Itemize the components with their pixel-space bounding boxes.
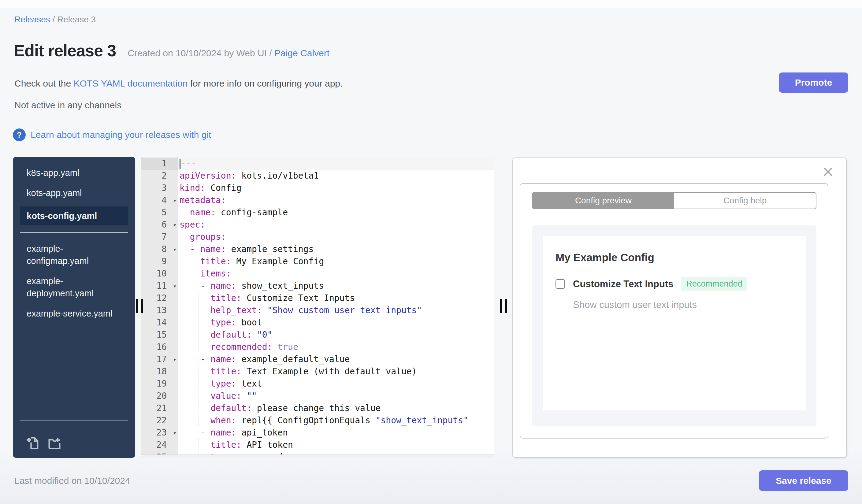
line-number: 14 — [141, 317, 178, 329]
code-line-4[interactable]: 4▾metadata: — [141, 194, 494, 207]
code-line-18[interactable]: 18 title: Text Example (with default val… — [141, 366, 494, 378]
config-item-label: Customize Text Inputs — [573, 279, 673, 290]
code-text: - name: show_text_inputs — [178, 280, 494, 292]
tab-config-preview[interactable]: Config preview — [533, 193, 674, 209]
docs-prefix: Check out the — [14, 78, 74, 88]
code-text: - name: example_default_value — [178, 353, 494, 366]
yaml-code-editor[interactable]: 1---2apiVersion: kots.io/v1beta13kind: C… — [141, 158, 494, 458]
line-number: 18 — [141, 366, 178, 378]
file-item-k8s-app.yaml[interactable]: k8s-app.yaml — [13, 166, 135, 180]
code-line-16[interactable]: 16 recommended: true — [141, 341, 494, 353]
text-cursor — [180, 159, 181, 169]
tab-config-help[interactable]: Config help — [674, 193, 816, 209]
code-line-14[interactable]: 14 type: bool — [141, 317, 494, 329]
editor-preview-resize-handle[interactable] — [500, 299, 507, 313]
code-line-10[interactable]: 10 items: — [141, 268, 494, 280]
code-line-13[interactable]: 13 help_text: "Show custom user text inp… — [141, 304, 494, 317]
fold-arrow-icon[interactable]: ▾ — [173, 219, 177, 231]
line-number: 15 — [141, 329, 178, 341]
line-number: 21 — [141, 402, 178, 414]
docs-hint: Check out the KOTS YAML documentation fo… — [14, 78, 343, 89]
fold-arrow-icon[interactable]: ▾ — [173, 194, 177, 207]
code-line-1[interactable]: 1--- — [141, 158, 494, 170]
release-editor-page: Releases / Release 3 Edit release 3 Crea… — [0, 0, 862, 504]
kots-yaml-docs-link[interactable]: KOTS YAML documentation — [74, 78, 187, 88]
line-number: 9 — [141, 255, 178, 268]
line-number: 8▾ — [141, 243, 178, 255]
file-item-example-configmap.yaml[interactable]: example-configmap.yaml — [13, 242, 135, 268]
code-line-23[interactable]: 23▾ - name: api_token — [141, 427, 494, 439]
line-number: 16 — [141, 341, 178, 353]
breadcrumb-releases-link[interactable]: Releases — [14, 15, 50, 24]
code-text: value: "" — [178, 390, 494, 402]
code-line-22[interactable]: 22 when: repl{{ ConfigOptionEquals "show… — [141, 414, 494, 427]
question-mark-icon: ? — [13, 129, 26, 141]
config-preview-card: Config preview Config help My Example Co… — [520, 183, 828, 439]
code-line-3[interactable]: 3kind: Config — [141, 182, 494, 194]
add-folder-icon[interactable] — [47, 435, 62, 451]
docs-suffix: for more info on configuring your app. — [187, 78, 343, 88]
code-line-11[interactable]: 11▾ - name: show_text_inputs — [141, 280, 494, 292]
code-line-24[interactable]: 24 title: API token — [141, 439, 494, 451]
line-number: 12 — [141, 292, 178, 304]
file-list-divider — [20, 232, 128, 233]
last-modified-text: Last modified on 10/10/2024 — [14, 476, 130, 486]
breadcrumb: Releases / Release 3 — [14, 15, 96, 25]
fold-arrow-icon[interactable]: ▾ — [173, 353, 177, 366]
fold-arrow-icon[interactable]: ▾ — [173, 280, 177, 292]
code-line-12[interactable]: 12 title: Customize Text Inputs — [141, 292, 494, 304]
close-icon[interactable] — [822, 166, 834, 178]
code-line-17[interactable]: 17▾ - name: example_default_value — [141, 353, 494, 366]
code-line-8[interactable]: 8▾ - name: example_settings — [141, 243, 494, 255]
preview-tab-group: Config preview Config help — [532, 192, 817, 209]
line-number: 20 — [141, 390, 178, 402]
code-text: kind: Config — [178, 182, 494, 194]
code-line-9[interactable]: 9 title: My Example Config — [141, 255, 494, 268]
code-text: spec: — [178, 219, 494, 231]
code-lines: 1---2apiVersion: kots.io/v1beta13kind: C… — [141, 158, 494, 458]
fold-arrow-icon[interactable]: ▾ — [173, 243, 177, 255]
file-item-example-deployment.yaml[interactable]: example-deployment.yaml — [13, 274, 135, 300]
sidebar-editor-resize-handle[interactable] — [136, 299, 143, 313]
line-number: 2 — [141, 170, 178, 182]
code-text: default: "0" — [178, 329, 494, 341]
config-item-help-text: Show custom user text inputs — [573, 300, 793, 310]
code-line-6[interactable]: 6▾spec: — [141, 219, 494, 231]
code-line-7[interactable]: 7 groups: — [141, 231, 494, 243]
git-releases-link[interactable]: Learn about managing your releases with … — [30, 130, 211, 140]
line-number: 17▾ — [141, 353, 178, 366]
code-text: type: bool — [178, 317, 494, 329]
code-text: name: config-sample — [178, 207, 494, 219]
created-info: Created on 10/10/2024 by Web UI / Paige … — [128, 48, 329, 58]
code-line-19[interactable]: 19 type: text — [141, 378, 494, 390]
editor-horizontal-scrollbar[interactable] — [141, 454, 494, 458]
code-line-15[interactable]: 15 default: "0" — [141, 329, 494, 341]
line-number: 10 — [141, 268, 178, 280]
code-line-2[interactable]: 2apiVersion: kots.io/v1beta1 — [141, 170, 494, 182]
code-text: --- — [178, 158, 494, 170]
file-item-example-service.yaml[interactable]: example-service.yaml — [13, 307, 135, 320]
code-text: help_text: "Show custom user text inputs… — [178, 304, 494, 317]
save-release-button[interactable]: Save release — [759, 470, 848, 491]
code-line-21[interactable]: 21 default: please change this value — [141, 402, 494, 414]
line-number: 13 — [141, 304, 178, 317]
file-tree-sidebar: k8s-app.yamlkots-app.yamlkots-config.yam… — [13, 157, 135, 458]
line-number: 22 — [141, 414, 178, 427]
code-text: items: — [178, 268, 494, 280]
code-text: apiVersion: kots.io/v1beta1 — [178, 170, 494, 182]
code-text: title: Customize Text Inputs — [178, 292, 494, 304]
customize-text-inputs-checkbox[interactable] — [556, 279, 565, 289]
line-number: 11▾ — [141, 280, 178, 292]
add-file-icon[interactable] — [25, 435, 41, 451]
code-text: type: text — [178, 378, 494, 390]
code-line-20[interactable]: 20 value: "" — [141, 390, 494, 402]
code-line-5[interactable]: 5 name: config-sample — [141, 207, 494, 219]
fold-arrow-icon[interactable]: ▾ — [173, 427, 177, 439]
file-item-kots-app.yaml[interactable]: kots-app.yaml — [13, 186, 135, 200]
sidebar-spacer — [13, 327, 135, 421]
author-link[interactable]: Paige Calvert — [274, 48, 329, 58]
config-group-title: My Example Config — [556, 251, 793, 264]
promote-button[interactable]: Promote — [779, 72, 848, 93]
file-item-kots-config.yaml[interactable]: kots-config.yaml — [20, 207, 128, 225]
code-text: metadata: — [178, 194, 494, 207]
